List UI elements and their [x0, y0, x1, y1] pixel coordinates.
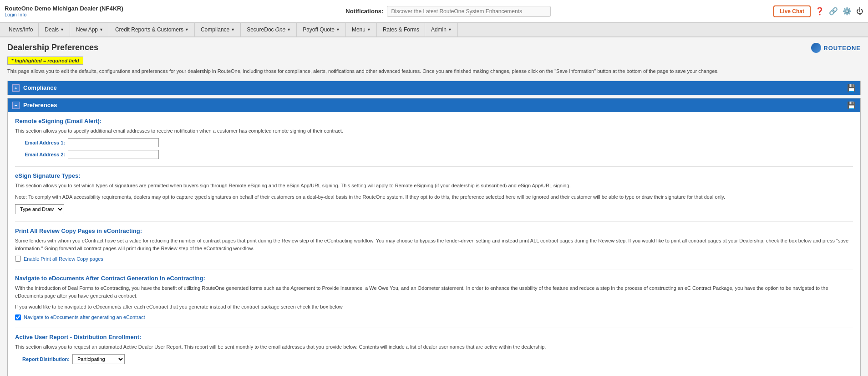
email-address-1-label: Email Address 1: [15, 140, 65, 145]
power-icon[interactable]: ⏻ [856, 7, 863, 15]
routeone-logo-text: ROUTEONE [823, 45, 861, 52]
preferences-body: Remote eSigning (Email Alert): This sect… [8, 112, 860, 376]
preferences-save-icon[interactable]: 💾 [847, 101, 856, 109]
page-title-row: Dealership Preferences ROUTEONE [7, 43, 861, 55]
navigate-edocs-checkbox-label[interactable]: Navigate to eDocuments after generating … [24, 314, 145, 320]
esign-signature-title: eSign Signature Types: [15, 172, 853, 179]
credit-caret: ▼ [185, 27, 189, 32]
email-address-2-input[interactable] [68, 150, 159, 159]
navigate-edocs-checkbox[interactable] [15, 314, 21, 320]
compliance-header-left: + Compliance [12, 84, 57, 92]
main-content: Dealership Preferences ROUTEONE * highli… [0, 37, 868, 376]
notifications-area: Notifications: [345, 6, 551, 17]
routeone-logo: ROUTEONE [811, 43, 861, 53]
page-description: This page allows you to edit the default… [7, 67, 861, 75]
report-distribution-label: Report Distribution: [15, 356, 70, 362]
top-left: RouteOne Demo Michigan Dealer (NF4KR) Lo… [5, 5, 123, 17]
navigate-edocs-desc1: With the introduction of Deal Forms to e… [15, 284, 853, 299]
notifications-label: Notifications: [345, 8, 383, 15]
nav-item-securedocone[interactable]: SecureDocOne ▼ [241, 23, 297, 36]
menu-caret: ▼ [367, 27, 371, 32]
deals-caret: ▼ [60, 27, 64, 32]
preferences-panel: − Preferences 💾 Remote eSigning (Email A… [7, 98, 861, 376]
dealer-name: RouteOne Demo Michigan Dealer (NF4KR) [5, 5, 123, 12]
compliance-title: Compliance [23, 84, 57, 91]
payoff-caret: ▼ [336, 27, 340, 32]
print-review-subsection: Print All Review Copy Pages in eContract… [15, 227, 853, 262]
navigate-edocs-desc2: If you would like to be navigated to eDo… [15, 303, 853, 311]
settings-icon[interactable]: ⚙️ [843, 7, 852, 15]
nav-item-rates-forms[interactable]: Rates & Forms [377, 23, 425, 36]
compliance-header[interactable]: + Compliance 💾 [8, 81, 860, 95]
preferences-title: Preferences [23, 102, 57, 108]
email-address-2-label: Email Address 2: [15, 152, 65, 157]
print-review-desc: Some lenders with whom you eContract hav… [15, 237, 853, 252]
navigate-edocs-subsection: Navigate to eDocuments After Contract Ge… [15, 275, 853, 320]
print-review-checkbox[interactable] [15, 256, 21, 262]
logo-circle [811, 43, 821, 53]
compliance-save-icon[interactable]: 💾 [847, 84, 856, 92]
nav-bar: News/Info Deals ▼ New App ▼ Credit Repor… [0, 23, 868, 37]
esign-signature-subsection: eSign Signature Types: This section allo… [15, 172, 853, 214]
email-address-1-row: Email Address 1: [15, 138, 853, 147]
preferences-header-right: 💾 [847, 101, 856, 109]
divider-3 [15, 269, 853, 269]
active-user-report-title: Active User Report - Distribution Enroll… [15, 334, 853, 340]
nav-item-deals[interactable]: Deals ▼ [39, 23, 70, 36]
remote-esigning-title: Remote eSigning (Email Alert): [15, 118, 853, 124]
esign-dropdown-row: Type and Draw Type Only Draw Only [15, 204, 853, 214]
print-review-checkbox-label[interactable]: Enable Print all Review Copy pages [24, 256, 103, 262]
required-note: * highlighted = required field [7, 57, 83, 65]
email-address-2-row: Email Address 2: [15, 150, 853, 159]
new-app-caret: ▼ [99, 27, 103, 32]
nav-item-admin[interactable]: Admin ▼ [425, 23, 458, 36]
preferences-header-left: − Preferences [12, 102, 57, 109]
navigate-edocs-title: Navigate to eDocuments After Contract Ge… [15, 275, 853, 282]
compliance-caret: ▼ [231, 27, 235, 32]
divider-4 [15, 328, 853, 328]
top-bar: RouteOne Demo Michigan Dealer (NF4KR) Lo… [0, 0, 868, 23]
nav-item-compliance[interactable]: Compliance ▼ [195, 23, 241, 36]
esign-signature-note: Note: To comply with ADA accessibility r… [15, 193, 853, 201]
admin-caret: ▼ [448, 27, 452, 32]
compliance-panel: + Compliance 💾 [7, 81, 861, 95]
email-address-1-input[interactable] [68, 138, 159, 147]
page-title: Dealership Preferences [7, 43, 98, 52]
login-info[interactable]: Login Info [5, 12, 123, 17]
print-review-title: Print All Review Copy Pages in eContract… [15, 227, 853, 234]
preferences-toggle-icon[interactable]: − [12, 102, 20, 109]
esign-signature-select[interactable]: Type and Draw Type Only Draw Only [15, 204, 64, 214]
navigate-edocs-checkbox-row: Navigate to eDocuments after generating … [15, 314, 853, 320]
link-icon[interactable]: 🔗 [829, 7, 838, 15]
notifications-input[interactable] [387, 6, 551, 17]
nav-item-new-app[interactable]: New App ▼ [70, 23, 109, 36]
help-icon[interactable]: ❓ [815, 7, 824, 15]
active-user-report-subsection: Active User Report - Distribution Enroll… [15, 334, 853, 365]
report-distribution-row: Report Distribution: Participating Not P… [15, 354, 853, 364]
nav-item-news-info[interactable]: News/Info [3, 23, 39, 36]
report-distribution-select[interactable]: Participating Not Participating [72, 354, 125, 364]
esign-signature-desc: This section allows you to set which typ… [15, 182, 853, 190]
print-review-checkbox-row: Enable Print all Review Copy pages [15, 256, 853, 262]
nav-item-payoff-quote[interactable]: Payoff Quote ▼ [297, 23, 346, 36]
nav-item-menu[interactable]: Menu ▼ [346, 23, 377, 36]
divider-2 [15, 221, 853, 222]
compliance-header-right: 💾 [847, 84, 856, 92]
active-user-report-desc: This section allows you to request an au… [15, 343, 853, 351]
live-chat-button[interactable]: Live Chat [773, 5, 811, 17]
divider-1 [15, 166, 853, 167]
remote-esigning-desc: This section allows you to specify addit… [15, 127, 853, 135]
nav-item-credit-reports[interactable]: Credit Reports & Customers ▼ [109, 23, 195, 36]
top-right-actions: Live Chat ❓ 🔗 ⚙️ ⏻ [773, 5, 863, 17]
secure-caret: ▼ [287, 27, 291, 32]
preferences-header[interactable]: − Preferences 💾 [8, 98, 860, 112]
compliance-toggle-icon[interactable]: + [12, 84, 20, 92]
remote-esigning-subsection: Remote eSigning (Email Alert): This sect… [15, 118, 853, 160]
